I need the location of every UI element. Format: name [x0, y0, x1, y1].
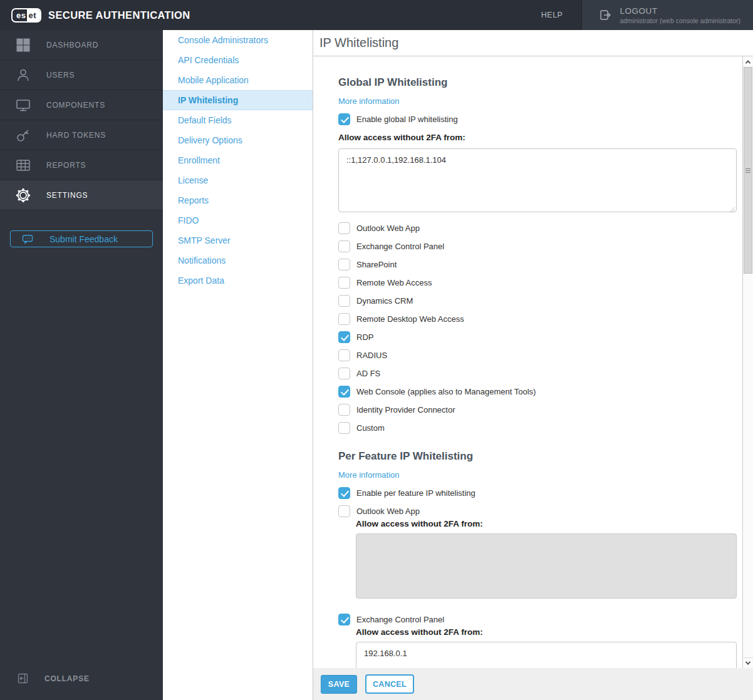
- collapse-icon: [18, 673, 28, 684]
- enable-global-whitelisting-row: Enable global IP whitelisting: [338, 113, 726, 125]
- cancel-button[interactable]: CANCEL: [365, 674, 414, 694]
- collapse-button[interactable]: COLLAPSE: [0, 673, 163, 700]
- remote-desktop-web-access-checkbox[interactable]: [338, 313, 350, 325]
- eset-logo-et: et: [27, 9, 40, 21]
- ad-fs-checkbox[interactable]: [338, 368, 350, 379]
- brand-title: SECURE AUTHENTICATION: [48, 9, 190, 21]
- submenu-item-mobile-application[interactable]: Mobile Application: [163, 70, 313, 90]
- checkbox-label: AD FS: [356, 369, 380, 378]
- checkbox-label: Outlook Web App: [356, 224, 420, 233]
- enable-per-feature-whitelisting-row: Enable per feature IP whitelisting: [338, 487, 726, 499]
- help-button[interactable]: HELP: [522, 0, 582, 30]
- submenu-item-default-fields[interactable]: Default Fields: [163, 110, 313, 130]
- submenu-item-api-credentials[interactable]: API Credentials: [163, 50, 313, 70]
- scrollbar-thumb-grip: [745, 170, 750, 171]
- per-feature-allow-access-label: Allow access without 2FA from:: [356, 519, 726, 528]
- global-section-heading: Global IP Whitelisting: [338, 76, 726, 89]
- submenu-item-license[interactable]: License: [163, 170, 313, 190]
- global-feature-row-dynamics-crm: Dynamics CRM: [338, 295, 726, 307]
- submit-feedback-button[interactable]: Submit Feedback: [10, 230, 153, 247]
- scroll-area: Global IP Whitelisting More information …: [313, 56, 753, 668]
- submenu-item-console-administrators[interactable]: Console Administrators: [163, 30, 313, 50]
- feedback-bubble-icon: [22, 234, 33, 244]
- global-feature-row-web-console: Web Console (applies also to Management …: [338, 386, 726, 398]
- brand: eset SECURE AUTHENTICATION: [0, 0, 190, 30]
- global-allow-access-label: Allow access without 2FA from:: [338, 133, 726, 142]
- enable-per-feature-whitelisting-checkbox[interactable]: [338, 487, 350, 499]
- scrollbar-thumb-grip: [745, 172, 750, 173]
- sidebar-item-hard-tokens[interactable]: HARD TOKENS: [0, 120, 163, 150]
- exchange-control-panel-checkbox[interactable]: [338, 240, 350, 252]
- components-icon: [0, 98, 46, 113]
- checkbox-label: Custom: [356, 423, 385, 433]
- sidebar-item-label: COMPONENTS: [46, 101, 105, 110]
- per-feature-more-information-link[interactable]: More information: [338, 470, 400, 480]
- identity-provider-connector-checkbox[interactable]: [338, 404, 350, 416]
- web-console-checkbox[interactable]: [338, 386, 350, 398]
- checkbox-label: Identity Provider Connector: [356, 405, 455, 414]
- chevron-down-icon: [745, 659, 750, 664]
- global-feature-row-remote-desktop-web-access: Remote Desktop Web Access: [338, 313, 726, 325]
- checkbox-label: Remote Desktop Web Access: [356, 314, 464, 324]
- per-feature-outlook-web-app-checkbox[interactable]: [338, 505, 350, 517]
- sidebar-item-label: DASHBOARD: [46, 41, 98, 49]
- global-allow-access-field-wrap: ::1,127.0.0.1,192.168.1.104: [338, 148, 737, 215]
- per-feature-row-exchange-control-panel: Exchange Control Panel: [338, 614, 726, 625]
- page-header: IP Whitelisting: [313, 30, 753, 56]
- scrollbar-down-arrow[interactable]: [743, 657, 753, 668]
- vertical-scrollbar[interactable]: [742, 56, 753, 668]
- eset-logo: eset: [11, 8, 41, 23]
- custom-checkbox[interactable]: [338, 422, 350, 434]
- dynamics-crm-checkbox[interactable]: [338, 295, 350, 307]
- remote-web-access-checkbox[interactable]: [338, 277, 350, 289]
- sidebar-item-components[interactable]: COMPONENTS: [0, 90, 163, 120]
- sharepoint-checkbox[interactable]: [338, 259, 350, 270]
- save-button[interactable]: SAVE: [321, 675, 357, 694]
- users-icon: [0, 68, 46, 83]
- key-icon: [0, 127, 46, 143]
- enable-global-whitelisting-checkbox[interactable]: [338, 113, 350, 125]
- global-more-information-link[interactable]: More information: [338, 96, 400, 106]
- submenu-item-export-data[interactable]: Export Data: [163, 270, 313, 291]
- per-feature-row-outlook-web-app: Outlook Web App: [338, 505, 726, 517]
- global-feature-row-outlook-web-app: Outlook Web App: [338, 222, 726, 234]
- logout-icon: [600, 9, 612, 21]
- submenu-item-fido[interactable]: FIDO: [163, 210, 313, 230]
- checkbox-label: Remote Web Access: [356, 278, 432, 287]
- sidebar-item-reports[interactable]: REPORTS: [0, 150, 163, 180]
- per-feature-allow-access-field-wrap: 192.168.0.1: [356, 642, 737, 668]
- per-feature-exchange-control-panel-checkbox[interactable]: [338, 614, 350, 625]
- global-feature-row-sharepoint: SharePoint: [338, 259, 726, 270]
- submit-feedback-label: Submit Feedback: [49, 234, 118, 244]
- scrollbar-up-arrow[interactable]: [743, 56, 753, 67]
- checkbox-label: SharePoint: [356, 260, 397, 269]
- submenu-item-reports[interactable]: Reports: [163, 190, 313, 210]
- checkbox-label: RADIUS: [356, 351, 387, 360]
- global-allow-access-input[interactable]: ::1,127.0.0.1,192.168.1.104: [338, 148, 737, 212]
- page-title: IP Whitelisting: [319, 36, 398, 50]
- enable-per-feature-whitelisting-label: Enable per feature IP whitelisting: [356, 488, 475, 498]
- logout-button[interactable]: LOGOUT administrator (web console admini…: [582, 0, 753, 30]
- outlook-web-app-checkbox[interactable]: [338, 222, 350, 234]
- checkbox-label: Exchange Control Panel: [356, 242, 444, 251]
- top-bar: eset SECURE AUTHENTICATION HELP LOGOUT a…: [0, 0, 753, 30]
- per-feature-exchange-allow-access-input[interactable]: 192.168.0.1: [356, 642, 737, 668]
- global-feature-row-remote-web-access: Remote Web Access: [338, 277, 726, 289]
- radius-checkbox[interactable]: [338, 349, 350, 361]
- logout-text: LOGOUT administrator (web console admini…: [620, 6, 740, 24]
- main-content: IP Whitelisting Global IP Whitelisting M…: [313, 30, 753, 700]
- sidebar-item-settings[interactable]: SETTINGS: [0, 180, 163, 210]
- sidebar-item-users[interactable]: USERS: [0, 60, 163, 90]
- rdp-checkbox[interactable]: [338, 331, 350, 343]
- submenu-item-smtp-server[interactable]: SMTP Server: [163, 230, 313, 250]
- sidebar-spacer: [0, 247, 163, 673]
- sidebar-item-label: USERS: [46, 71, 75, 80]
- per-feature-exchange-control-panel-block: Allow access without 2FA from: 192.168.0…: [356, 627, 726, 668]
- logout-label: LOGOUT: [620, 6, 740, 16]
- submenu-item-ip-whitelisting[interactable]: IP Whitelisting: [163, 90, 313, 110]
- sidebar-item-dashboard[interactable]: DASHBOARD: [0, 30, 163, 60]
- scrollbar-thumb[interactable]: [744, 67, 752, 274]
- submenu-item-enrollment[interactable]: Enrollment: [163, 150, 313, 170]
- submenu-item-delivery-options[interactable]: Delivery Options: [163, 130, 313, 150]
- submenu-item-notifications[interactable]: Notifications: [163, 250, 313, 270]
